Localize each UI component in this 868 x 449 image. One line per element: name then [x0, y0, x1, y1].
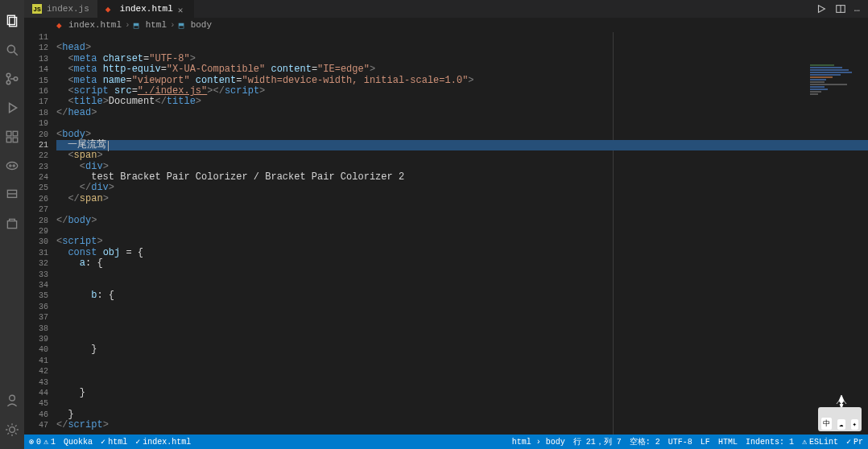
status-language[interactable]: HTML	[718, 436, 738, 447]
svg-point-6	[14, 77, 18, 81]
svg-rect-9	[6, 138, 11, 142]
extensions-icon[interactable]	[4, 129, 20, 145]
source-control-icon[interactable]	[4, 71, 20, 87]
svg-point-14	[13, 165, 14, 167]
tab-label: index.js	[47, 4, 89, 14]
status-indents[interactable]: Indents: 1	[746, 436, 794, 447]
svg-rect-17	[7, 221, 16, 229]
status-check-file[interactable]: ✓ index.html	[135, 437, 191, 447]
gear-icon[interactable]	[4, 422, 20, 438]
status-eslint[interactable]: ⚠ ESLint	[802, 436, 838, 447]
svg-rect-11	[13, 131, 18, 136]
ime-extra: ✦	[851, 419, 858, 430]
status-check-html[interactable]: ✓ html	[101, 437, 127, 447]
brace-icon: ⬒	[134, 21, 143, 30]
status-bar: ⊗0 ⚠1 Quokka ✓ html ✓ index.html html › …	[24, 435, 868, 449]
breadcrumb-item[interactable]: index.html	[68, 20, 122, 30]
svg-point-4	[6, 73, 10, 77]
svg-point-2	[7, 45, 14, 52]
svg-point-13	[10, 165, 11, 167]
status-problems[interactable]: ⊗0 ⚠1	[29, 437, 56, 447]
ime-mode: ☁	[837, 419, 845, 430]
svg-point-5	[6, 80, 10, 84]
code-content[interactable]: <head> <meta charset="UTF-8"> <meta http…	[56, 32, 868, 435]
minimap[interactable]	[810, 64, 858, 96]
status-breadcrumb[interactable]: html › body	[512, 436, 565, 447]
files-icon[interactable]	[4, 13, 20, 29]
breadcrumb[interactable]: ◆ index.html › ⬒ html › ⬒ body	[24, 18, 868, 32]
tab-index-html[interactable]: ◆ index.html ✕	[97, 0, 194, 18]
status-prettier[interactable]: ✓ Pr	[846, 436, 863, 447]
status-warnings: 1	[51, 438, 56, 447]
editor[interactable]: 1112131415161718192021222324252627282930…	[24, 32, 868, 435]
html-icon: ◆	[105, 4, 115, 14]
breadcrumb-item[interactable]: html	[146, 20, 167, 30]
tab-label: index.html	[120, 4, 173, 14]
status-position[interactable]: 行 21，列 7	[573, 436, 622, 447]
status-encoding[interactable]: UTF-8	[668, 436, 692, 447]
svg-point-19	[10, 427, 15, 433]
svg-marker-7	[10, 103, 17, 112]
more-icon[interactable]: …	[854, 3, 860, 14]
chevron-right-icon: ›	[170, 20, 176, 30]
run-icon[interactable]	[816, 3, 827, 14]
status-errors: 0	[36, 438, 41, 447]
tab-bar: JS index.js ◆ index.html ✕ …	[24, 0, 868, 18]
ime-lang: 中	[821, 418, 832, 430]
debug-icon[interactable]	[4, 100, 20, 116]
svg-rect-10	[13, 138, 18, 142]
status-eol[interactable]: LF	[701, 436, 710, 447]
account-icon[interactable]	[4, 393, 20, 409]
project-icon[interactable]	[4, 216, 20, 232]
gutter: 1112131415161718192021222324252627282930…	[24, 32, 56, 435]
status-quokka[interactable]: Quokka	[64, 438, 93, 447]
brace-icon: ⬒	[179, 21, 188, 30]
breadcrumb-item[interactable]: body	[191, 20, 212, 30]
status-spaces[interactable]: 空格: 2	[630, 436, 660, 447]
mask-icon[interactable]	[4, 158, 20, 174]
search-icon[interactable]	[4, 42, 20, 58]
svg-point-18	[10, 395, 15, 401]
tab-index-js[interactable]: JS index.js	[24, 0, 97, 18]
svg-rect-8	[6, 131, 11, 136]
warning-icon: ⚠	[43, 437, 48, 447]
html-icon: ◆	[56, 21, 65, 30]
svg-line-3	[14, 51, 18, 56]
bookmark-icon[interactable]	[4, 187, 20, 203]
split-editor-icon[interactable]	[835, 3, 846, 14]
svg-point-12	[6, 163, 18, 170]
error-icon: ⊗	[29, 437, 34, 447]
chevron-right-icon: ›	[125, 20, 130, 30]
js-icon: JS	[32, 4, 42, 14]
svg-marker-20	[818, 6, 825, 13]
activity-bar	[0, 0, 24, 449]
close-icon[interactable]: ✕	[178, 5, 186, 13]
ime-indicator[interactable]: 中 ☁ ✦	[818, 407, 862, 431]
